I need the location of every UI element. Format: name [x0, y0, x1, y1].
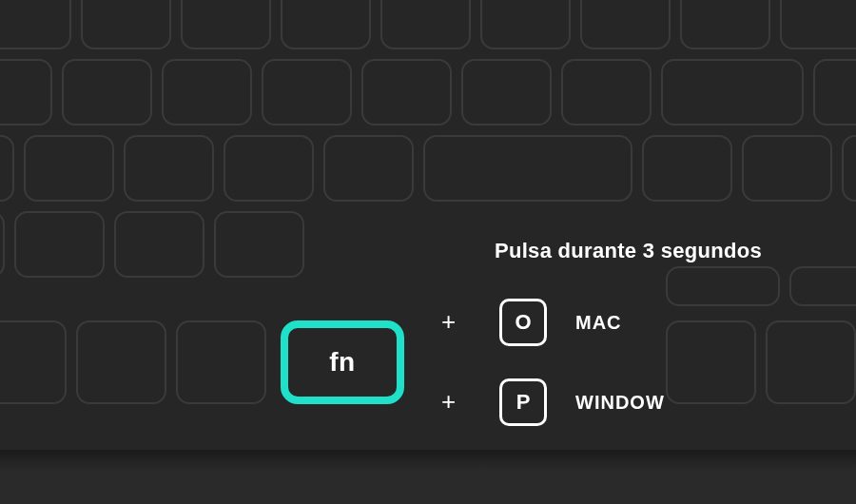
ghost-key — [81, 0, 171, 49]
fn-key[interactable]: fn — [281, 320, 404, 404]
ghost-key — [114, 211, 204, 278]
ghost-key — [423, 135, 632, 202]
fn-key-label: fn — [329, 347, 355, 378]
ghost-key — [742, 135, 832, 202]
ghost-key — [361, 59, 452, 126]
keyboard-shadow — [0, 452, 856, 471]
key-o-label: O — [515, 310, 531, 335]
plus-icon: + — [441, 389, 456, 414]
ghost-key — [76, 320, 166, 404]
ghost-key — [0, 59, 52, 126]
ghost-key — [281, 0, 371, 49]
ghost-key — [62, 59, 152, 126]
ghost-key — [262, 59, 352, 126]
ghost-key — [380, 0, 471, 49]
ghost-key — [661, 59, 804, 126]
ghost-key — [214, 211, 304, 278]
key-o[interactable]: O — [499, 299, 547, 346]
ghost-key — [461, 59, 552, 126]
ghost-key — [580, 0, 671, 49]
ghost-key — [176, 320, 266, 404]
key-p-label: P — [516, 390, 531, 415]
ghost-key — [124, 135, 214, 202]
ghost-key — [813, 59, 856, 126]
ghost-key — [0, 0, 71, 49]
ghost-key — [24, 135, 114, 202]
ghost-key — [780, 0, 856, 49]
ghost-key — [14, 211, 105, 278]
ghost-key — [0, 211, 5, 278]
ghost-key — [181, 0, 271, 49]
keyboard-background: Pulsa durante 3 segundos fn + O MAC + P … — [0, 0, 856, 452]
instruction-text: Pulsa durante 3 segundos — [495, 239, 762, 263]
ghost-key — [789, 266, 856, 306]
ghost-key — [842, 135, 856, 202]
ghost-key — [0, 320, 67, 404]
ghost-key — [162, 59, 252, 126]
ghost-key — [642, 135, 732, 202]
os-label-window: WINDOW — [575, 392, 665, 414]
plus-icon: + — [441, 309, 456, 334]
ghost-key — [0, 135, 14, 202]
os-label-mac: MAC — [575, 312, 622, 334]
ghost-key — [224, 135, 314, 202]
ghost-key — [766, 320, 856, 404]
ghost-key — [680, 0, 770, 49]
key-p[interactable]: P — [499, 378, 547, 426]
ghost-key — [561, 59, 652, 126]
ghost-key — [666, 320, 756, 404]
ghost-key — [323, 135, 414, 202]
ghost-key — [666, 266, 780, 306]
ghost-key — [480, 0, 571, 49]
